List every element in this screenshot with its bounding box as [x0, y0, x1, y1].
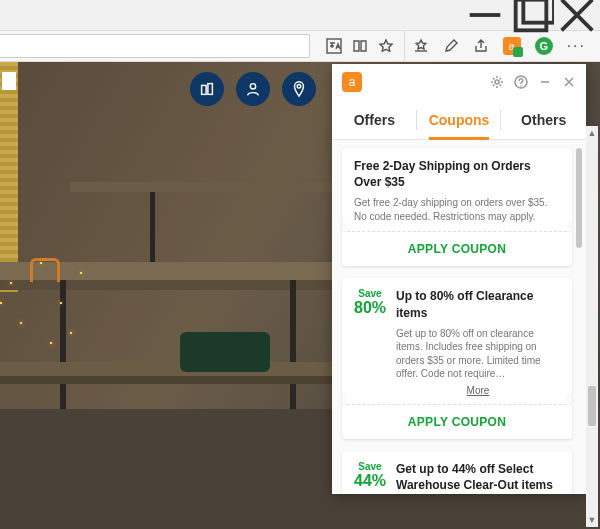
svg-point-5 [250, 84, 255, 89]
more-link[interactable]: More [396, 385, 560, 396]
coupon-title: Get up to 44% off Select Warehouse Clear… [396, 461, 560, 493]
scroll-thumb[interactable] [588, 386, 596, 426]
coupon-title: Up to 80% off Clearance items [396, 288, 560, 320]
favorites-list-icon[interactable] [413, 38, 429, 54]
grammarly-extension-icon[interactable]: G [535, 37, 553, 55]
panel-close-icon[interactable] [562, 75, 576, 89]
decor-pillar [0, 62, 18, 292]
svg-point-6 [297, 85, 301, 89]
panel-tabs: Offers Coupons Others [332, 100, 586, 140]
translate-icon[interactable] [326, 38, 342, 54]
svg-rect-4 [208, 84, 213, 95]
settings-gear-icon[interactable] [490, 75, 504, 89]
window-maximize-button[interactable] [508, 0, 554, 30]
location-icon[interactable] [282, 72, 316, 106]
more-menu-icon[interactable]: ··· [567, 37, 586, 55]
window-titlebar [0, 0, 600, 30]
apply-coupon-button[interactable]: APPLY COUPON [342, 404, 572, 439]
reading-view-icon[interactable] [352, 38, 368, 54]
svg-point-7 [495, 80, 499, 84]
svg-rect-3 [202, 85, 207, 94]
products-icon[interactable] [190, 72, 224, 106]
browser-toolbar: a G ··· [0, 30, 600, 62]
apply-coupon-button[interactable]: APPLY COUPON [342, 231, 572, 266]
address-bar[interactable] [0, 34, 310, 58]
window-minimize-button[interactable] [462, 0, 508, 30]
coupon-desc: Get up to 80% off on clearance items. In… [396, 327, 560, 381]
page-content: a Offers Coupons Others Free 2-Day Shipp… [0, 62, 600, 529]
save-badge: Save 44% [354, 461, 386, 494]
tab-coupons[interactable]: Coupons [417, 100, 502, 139]
scroll-up-arrow[interactable]: ▲ [586, 126, 598, 140]
decor-clamp [30, 258, 60, 282]
window-close-button[interactable] [554, 0, 600, 30]
favorite-star-icon[interactable] [378, 38, 394, 54]
svg-rect-0 [516, 0, 547, 30]
coupon-list: Free 2-Day Shipping on Orders Over $35 G… [332, 140, 586, 494]
coupon-card: Free 2-Day Shipping on Orders Over $35 G… [342, 148, 572, 266]
tab-others[interactable]: Others [501, 100, 586, 139]
account-icon[interactable] [236, 72, 270, 106]
avast-extension-icon[interactable]: a [503, 37, 521, 55]
coupon-card: Save 80% Up to 80% off Clearance items G… [342, 278, 572, 438]
coupon-title: Free 2-Day Shipping on Orders Over $35 [354, 158, 560, 190]
panel-scrollbar[interactable] [576, 148, 582, 248]
share-icon[interactable] [473, 38, 489, 54]
save-badge: Save 80% [354, 288, 386, 395]
scroll-down-arrow[interactable]: ▼ [586, 513, 598, 527]
panel-minimize-icon[interactable] [538, 75, 552, 89]
help-icon[interactable] [514, 75, 528, 89]
decor-gloves [180, 332, 270, 372]
coupon-desc: Get free 2-day shipping on orders over $… [354, 196, 560, 223]
svg-rect-1 [523, 0, 554, 23]
coupon-extension-panel: a Offers Coupons Others Free 2-Day Shipp… [332, 64, 586, 494]
extension-brand-icon: a [342, 72, 362, 92]
pen-icon[interactable] [443, 38, 459, 54]
page-scrollbar[interactable]: ▲ ▼ [586, 126, 598, 527]
coupon-card: Save 44% Get up to 44% off Select Wareho… [342, 451, 572, 494]
site-nav-circles [190, 72, 316, 106]
tab-offers[interactable]: Offers [332, 100, 417, 139]
